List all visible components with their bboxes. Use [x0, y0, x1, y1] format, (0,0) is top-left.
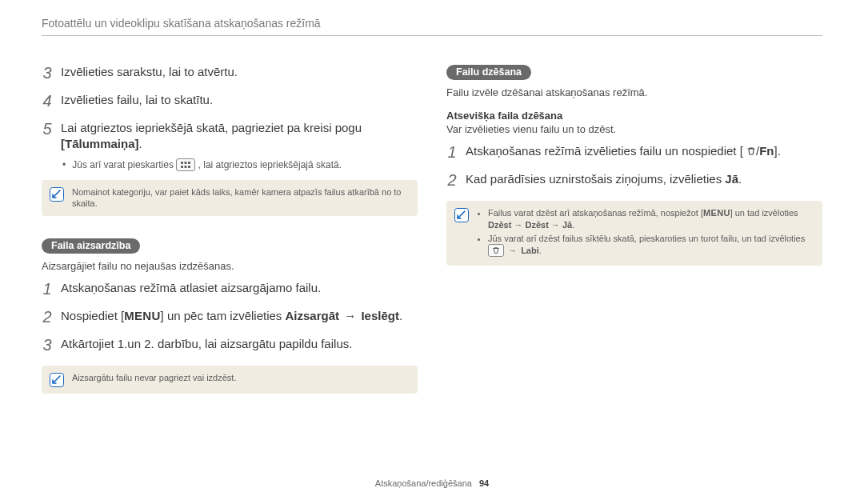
section-intro: Aizsargājiet failu no nejaušas izdzēšana…	[42, 260, 418, 272]
step-b1: 1 Atskaņošanas režīmā atlasiet aizsargāj…	[42, 280, 418, 302]
right-column: Failu dzēšana Failu izvēle dzēšanai atsk…	[446, 64, 822, 405]
bullet-post: , lai atgrieztos iepriekšējajā skatā.	[198, 159, 342, 170]
t: .	[738, 172, 742, 186]
note-item: Jūs varat arī dzēst failus sīktēlu skatā…	[488, 233, 813, 258]
svg-rect-0	[181, 162, 183, 164]
t: Kad parādīsies uznirstošais ziņojums, iz…	[466, 172, 725, 186]
note-icon	[454, 208, 469, 222]
note-list: Failus varat dzēst arī atskaņošanas režī…	[477, 207, 813, 259]
step-number: 5	[42, 118, 53, 140]
section-intro: Failu izvēle dzēšanai atskaņošanas režīm…	[446, 86, 822, 98]
step-text: Atskaņošanas režīmā atlasiet aizsargājam…	[61, 280, 418, 296]
bold: Aizsargāt	[286, 309, 340, 322]
svg-rect-2	[188, 162, 190, 164]
sub-heading: Atsevišķa faila dzēšana	[446, 110, 822, 122]
step-text-a: Lai atgrieztos iepriekšējā skatā, pagrie…	[61, 121, 362, 134]
bold: Labi	[521, 246, 539, 255]
t: .	[399, 309, 402, 322]
page-header: Fotoattēlu un videoklipu skatīšana atska…	[42, 17, 321, 30]
t: Jūs varat arī dzēst failus sīktēlu skatā…	[488, 234, 805, 243]
section-tag-delete: Failu dzēšana	[446, 65, 531, 80]
note-icon	[50, 373, 64, 387]
step-text-b: .	[139, 137, 142, 150]
step-5: 5 Lai atgrieztos iepriekšējā skatā, pagr…	[42, 120, 418, 153]
t: .	[572, 220, 574, 230]
step-4: 4 Izvēlieties failu, lai to skatītu.	[42, 92, 418, 114]
sub-intro: Var izvēlieties vienu failu un to dzēst.	[446, 123, 822, 135]
step-number: 2	[446, 170, 458, 191]
arrow-icon: →	[339, 309, 361, 322]
note-text: Aizsargātu failu nevar pagriezt vai izdz…	[72, 372, 236, 384]
t: Failus varat dzēst arī atskaņošanas režī…	[488, 208, 703, 218]
left-column: 3 Izvēlieties sarakstu, lai to atvērtu. …	[42, 64, 418, 405]
step-text: Kad parādīsies uznirstošais ziņojums, iz…	[466, 171, 822, 187]
t: ] un tad izvēloties	[730, 208, 798, 218]
step-text: Lai atgrieztos iepriekšējā skatā, pagrie…	[61, 120, 418, 153]
note-box: Nomainot kategoriju, var paiet kāds laik…	[42, 180, 418, 217]
page-number: 94	[479, 478, 489, 488]
step-number: 1	[446, 142, 458, 163]
step-bracket: [Tālummaiņa]	[61, 137, 139, 150]
menu-key-icon: MENU	[703, 208, 730, 218]
step-number: 4	[42, 90, 53, 112]
svg-rect-3	[181, 166, 183, 168]
step-text: Nospiediet [MENU] un pēc tam izvēlieties…	[61, 308, 418, 324]
trash-key-icon	[743, 144, 756, 158]
svg-rect-1	[185, 162, 187, 164]
t: ] un pēc tam izvēlieties	[161, 309, 286, 322]
t: Nospiediet [	[61, 309, 124, 322]
step-b2: 2 Nospiediet [MENU] un pēc tam izvēlieti…	[42, 308, 418, 330]
note-icon	[50, 187, 64, 202]
bold: Jā	[725, 172, 738, 186]
step-text: Atkārtojiet 1.un 2. darbību, lai aizsarg…	[61, 336, 418, 352]
note-box: Failus varat dzēst arī atskaņošanas režī…	[446, 201, 822, 266]
svg-rect-5	[188, 166, 190, 168]
step-b3: 3 Atkārtojiet 1.un 2. darbību, lai aizsa…	[42, 336, 418, 358]
grid-key-icon	[176, 158, 195, 171]
step-text: Atskaņošanas režīmā izvēlieties failu un…	[466, 143, 822, 159]
step-text: Izvēlieties sarakstu, lai to atvērtu.	[61, 64, 418, 80]
sub-bullet: • Jūs arī varat pieskarties , lai atgrie…	[62, 159, 418, 172]
bullet-pre: Jūs arī varat pieskarties	[72, 159, 176, 170]
menu-key-icon: MENU	[124, 309, 160, 322]
note-item: Failus varat dzēst arī atskaņošanas režī…	[488, 207, 813, 231]
step-number: 1	[42, 278, 53, 300]
section-tag-protection: Faila aizsardzība	[42, 238, 140, 254]
bullet-dot: •	[62, 159, 66, 172]
t: .	[539, 246, 542, 255]
trash-key-icon	[488, 244, 504, 257]
step-text: Izvēlieties failu, lai to skatītu.	[61, 92, 418, 108]
page-footer: Atskaņošana/rediģēšana 94	[0, 478, 864, 488]
step-number: 3	[42, 62, 53, 84]
fn-key: Fn	[759, 144, 774, 158]
t: Atskaņošanas režīmā izvēlieties failu un…	[466, 144, 743, 158]
step-number: 3	[42, 334, 53, 356]
step-number: 2	[42, 306, 53, 328]
step-r1: 1 Atskaņošanas režīmā izvēlieties failu …	[446, 143, 822, 165]
arrow-icon: →	[504, 246, 521, 255]
bold: Ieslēgt	[361, 309, 399, 322]
bullet-text: Jūs arī varat pieskarties , lai atgriezt…	[72, 159, 342, 172]
svg-rect-4	[185, 166, 187, 168]
footer-section: Atskaņošana/rediģēšana	[375, 478, 472, 488]
step-r2: 2 Kad parādīsies uznirstošais ziņojums, …	[446, 171, 822, 193]
step-3: 3 Izvēlieties sarakstu, lai to atvērtu.	[42, 64, 418, 86]
note-box: Aizsargātu failu nevar pagriezt vai izdz…	[42, 366, 418, 394]
header-rule	[42, 35, 822, 36]
t: ].	[774, 144, 781, 158]
bold-chain: Dzēst → Dzēst → Jā	[488, 220, 572, 230]
note-text: Nomainot kategoriju, var paiet kāds laik…	[72, 186, 408, 210]
